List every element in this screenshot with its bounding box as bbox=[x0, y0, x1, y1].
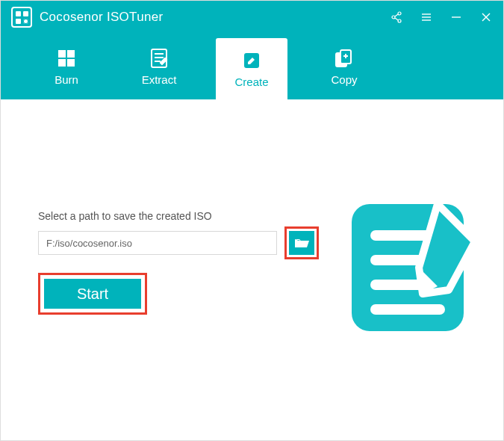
main-toolbar: Burn Extract Create Copy bbox=[1, 34, 503, 99]
copy-icon bbox=[334, 48, 355, 69]
tab-copy[interactable]: Copy bbox=[308, 34, 380, 99]
svg-point-1 bbox=[392, 16, 395, 19]
svg-point-2 bbox=[398, 19, 401, 22]
close-button[interactable] bbox=[479, 10, 493, 24]
tab-label: Extract bbox=[142, 73, 177, 86]
svg-line-4 bbox=[395, 18, 398, 20]
extract-icon bbox=[149, 48, 169, 69]
create-form: Select a path to save the created ISO St… bbox=[38, 210, 344, 315]
menu-icon[interactable] bbox=[420, 10, 433, 24]
app-title: Cocosenor ISOTuner bbox=[40, 10, 163, 25]
browse-button[interactable] bbox=[289, 231, 314, 255]
svg-rect-26 bbox=[370, 304, 445, 315]
start-button[interactable]: Start bbox=[44, 279, 141, 309]
tab-extract[interactable]: Extract bbox=[123, 34, 195, 99]
browse-highlight bbox=[284, 226, 319, 259]
title-bar: Cocosenor ISOTuner bbox=[1, 1, 503, 34]
content-panel: Select a path to save the created ISO St… bbox=[1, 99, 503, 441]
tab-label: Copy bbox=[331, 73, 357, 86]
svg-rect-12 bbox=[67, 50, 75, 58]
save-path-input[interactable] bbox=[38, 231, 277, 255]
path-label: Select a path to save the created ISO bbox=[38, 210, 344, 222]
svg-point-0 bbox=[398, 12, 401, 15]
folder-open-icon bbox=[294, 237, 309, 249]
tab-burn[interactable]: Burn bbox=[31, 34, 102, 99]
burn-icon bbox=[56, 48, 77, 69]
tab-label: Burn bbox=[55, 73, 78, 86]
svg-rect-13 bbox=[58, 59, 66, 67]
start-button-label: Start bbox=[77, 286, 108, 303]
svg-rect-14 bbox=[67, 59, 75, 67]
app-logo-icon bbox=[11, 7, 32, 28]
tab-create[interactable]: Create bbox=[216, 38, 287, 99]
start-highlight: Start bbox=[38, 273, 147, 315]
svg-line-3 bbox=[395, 14, 398, 16]
tab-label: Create bbox=[234, 75, 268, 88]
create-icon bbox=[241, 50, 262, 71]
path-row bbox=[38, 226, 344, 259]
svg-rect-11 bbox=[58, 50, 66, 58]
create-illustration-icon bbox=[344, 189, 482, 339]
minimize-button[interactable] bbox=[449, 10, 463, 24]
share-icon[interactable] bbox=[390, 10, 403, 24]
